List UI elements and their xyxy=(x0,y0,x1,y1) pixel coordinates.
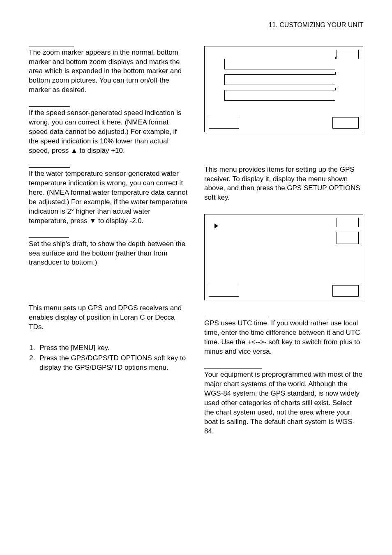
gps-dpgs-intro-block: This menu sets up GPS and DPGS receivers… xyxy=(29,304,188,332)
speed-sensor-block: If the speed sensor-generated speed indi… xyxy=(29,106,188,156)
section-rule xyxy=(204,368,262,368)
options-menu-figure xyxy=(204,46,363,132)
temp-sensor-block: If the water temperature sensor-generate… xyxy=(29,167,188,226)
draft-text: Set the ship's draft, to show the depth … xyxy=(29,240,188,268)
steps-list: Press the [MENU] key. Press the GPS/DGPS… xyxy=(29,343,188,373)
cursor-triangle-icon xyxy=(214,223,218,228)
section-rule xyxy=(29,46,74,46)
figure-bottom-right-button xyxy=(332,285,359,297)
step-2: Press the GPS/DGPS/TD OPTIONS soft key t… xyxy=(37,354,188,373)
temp-sensor-text: If the water temperature sensor-generate… xyxy=(29,169,188,226)
local-time-block: GPS uses UTC time. If you would rather u… xyxy=(204,317,363,357)
step-1: Press the [MENU] key. xyxy=(37,343,188,353)
geodetic-block: Your equipment is preprogrammed with mos… xyxy=(204,368,363,436)
left-column: The zoom marker appears in the normal, b… xyxy=(29,46,188,448)
page: 11. CUSTOMIZING YOUR UNIT The zoom marke… xyxy=(0,0,392,472)
figure-option-bar xyxy=(224,90,335,101)
local-time-text: GPS uses UTC time. If you would rather u… xyxy=(204,319,363,357)
figure-bottom-right-button xyxy=(332,117,359,129)
section-rule xyxy=(29,167,70,168)
figure-bottom-left-button xyxy=(209,285,239,297)
figure-bottom-left-button xyxy=(209,117,239,129)
speed-sensor-text: If the speed sensor-generated speed indi… xyxy=(29,108,188,156)
figure-option-bar xyxy=(224,59,335,69)
geodetic-text: Your equipment is preprogrammed with mos… xyxy=(204,370,363,436)
section-rule xyxy=(204,317,268,317)
figure-option-bar xyxy=(224,74,335,85)
gps-setup-intro-text: This menu provides items for setting up … xyxy=(204,165,363,203)
figure-top-tab xyxy=(337,50,359,59)
zoom-marker-block: The zoom marker appears in the normal, b… xyxy=(29,46,188,95)
figure-side-box xyxy=(337,232,359,244)
section-rule xyxy=(29,237,69,238)
page-header: 11. CUSTOMIZING YOUR UNIT xyxy=(29,21,363,30)
right-column: This menu provides items for setting up … xyxy=(204,46,363,448)
figure-top-tab xyxy=(337,218,359,227)
draft-block: Set the ship's draft, to show the depth … xyxy=(29,237,188,268)
section-rule xyxy=(29,106,70,107)
gps-setup-intro-block: This menu provides items for setting up … xyxy=(204,165,363,203)
zoom-marker-text: The zoom marker appears in the normal, b… xyxy=(29,48,188,95)
content-columns: The zoom marker appears in the normal, b… xyxy=(29,46,363,448)
gps-setup-figure xyxy=(204,214,363,300)
gps-dpgs-intro-text: This menu sets up GPS and DPGS receivers… xyxy=(29,304,188,332)
